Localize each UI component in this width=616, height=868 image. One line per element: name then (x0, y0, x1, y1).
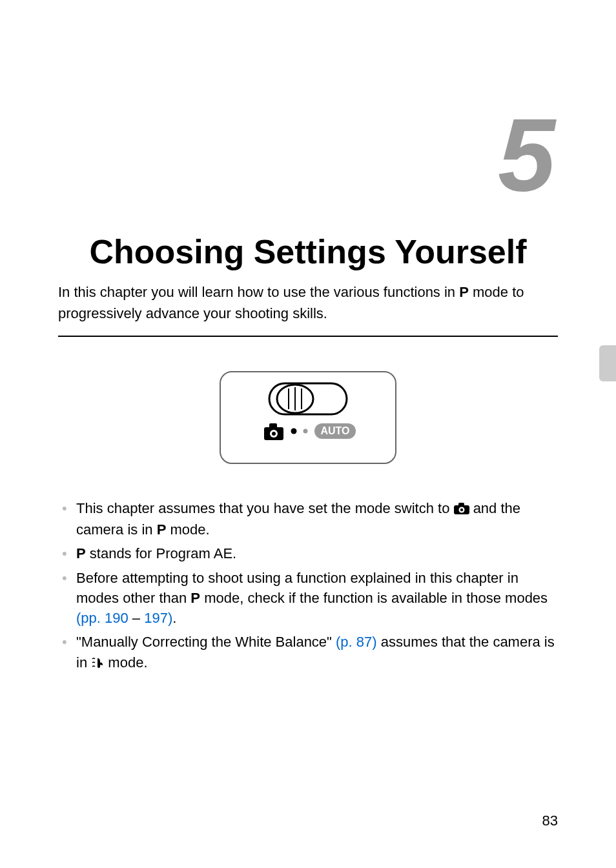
bullet-2-text: stands for Program AE. (86, 545, 237, 561)
svg-point-16 (460, 509, 462, 511)
page-link-87[interactable]: (p. 87) (336, 634, 377, 650)
side-tab (599, 345, 616, 381)
bullet-3-dash: – (128, 610, 144, 626)
bullet-1-text-1: This chapter assumes that you have set t… (76, 500, 454, 516)
bullet-3-period: . (172, 610, 176, 626)
auto-label: AUTO (320, 425, 349, 436)
page-link-190[interactable]: (pp. 190 (76, 610, 128, 626)
bullet-list: This chapter assumes that you have set t… (58, 498, 558, 674)
bullet-4-text-1: "Manually Correcting the White Balance" (76, 634, 336, 650)
bullet-2: P stands for Program AE. (58, 543, 558, 563)
bullet-1-text-3: mode. (166, 521, 209, 538)
svg-point-11 (303, 429, 308, 434)
mode-switch-figure: AUTO (58, 369, 558, 466)
p-mode-icon: P (190, 590, 200, 606)
bullet-3-text-2: mode, check if the function is available… (200, 590, 548, 606)
p-mode-icon: P (76, 545, 86, 561)
svg-point-10 (291, 429, 297, 434)
bullet-1: This chapter assumes that you have set t… (58, 498, 558, 540)
mode-switch-diagram: AUTO (218, 369, 398, 466)
bullet-4: "Manually Correcting the White Balance" … (58, 632, 558, 674)
svg-rect-0 (220, 372, 396, 463)
bullet-4-text-3: mode. (104, 654, 147, 671)
p-mode-icon: P (459, 284, 469, 300)
svg-point-9 (272, 432, 276, 436)
intro-paragraph: In this chapter you will learn how to us… (58, 281, 558, 324)
intro-text-1: In this chapter you will learn how to us… (58, 284, 459, 300)
chapter-title: Choosing Settings Yourself (58, 232, 558, 271)
camera-icon (454, 500, 469, 520)
bullet-3: Before attempting to shoot using a funct… (58, 568, 558, 629)
p-mode-icon: P (157, 521, 167, 538)
svg-rect-14 (458, 503, 464, 507)
underwater-mode-icon (91, 654, 104, 674)
divider (58, 336, 558, 337)
page-link-197[interactable]: 197) (144, 610, 172, 626)
svg-rect-7 (269, 423, 277, 429)
chapter-number: 5 (58, 103, 551, 207)
page-number: 83 (542, 812, 558, 829)
